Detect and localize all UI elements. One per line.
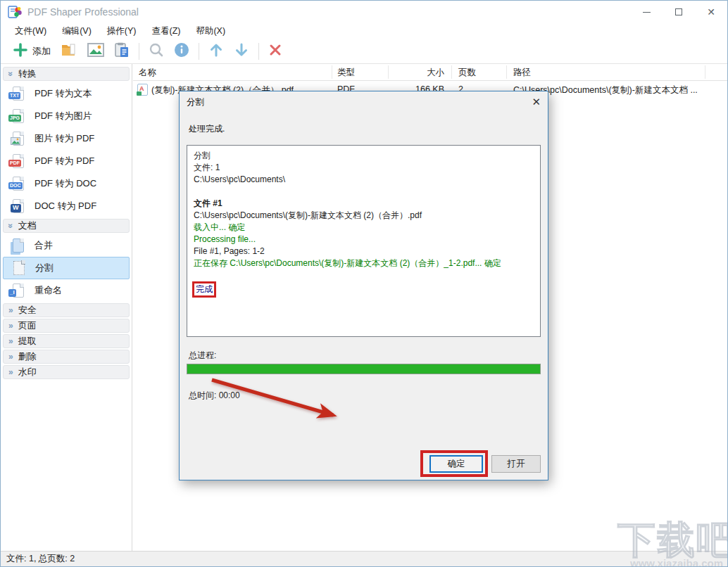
section-label: 文档 (18, 219, 37, 232)
menu-item-file[interactable]: 文件(W) (8, 24, 54, 39)
toolbar-separator (199, 43, 199, 60)
sidebar-item-label: PDF 转为 PDF (34, 155, 94, 167)
add-folder-button[interactable] (56, 41, 82, 62)
image-icon (87, 43, 104, 59)
done-annotation-box: 完成 (192, 281, 216, 298)
section-label: 安全 (18, 304, 37, 317)
maximize-button[interactable] (663, 1, 695, 23)
move-down-button[interactable] (229, 41, 254, 62)
column-separator (451, 65, 452, 79)
sidebar-item-rename[interactable]: _I 重命名 (1, 279, 132, 302)
sidebar-item-label: 重命名 (34, 284, 62, 297)
close-icon: ✕ (707, 7, 715, 17)
chevron-down-icon: » (6, 224, 15, 229)
dialog-title-bar[interactable]: 分割 ✕ (180, 91, 548, 113)
column-separator (332, 65, 332, 79)
move-up-button[interactable] (203, 41, 229, 62)
search-button[interactable] (144, 41, 169, 62)
sidebar-item-merge[interactable]: 合并 (1, 234, 132, 257)
sidebar-item-image-to-pdf[interactable]: 图片 转为 PDF (1, 127, 132, 150)
paste-button[interactable] (109, 41, 134, 62)
log-line: 正在保存 C:\Users\pc\Documents\(复制)-新建文本文档 (… (194, 257, 534, 269)
toolbar-separator (258, 43, 259, 60)
remove-button[interactable] (263, 41, 287, 62)
ok-button[interactable]: 确定 (429, 455, 483, 473)
minimize-icon (643, 12, 651, 13)
chevron-right-icon: » (8, 321, 13, 330)
status-text: 文件: 1, 总页数: 2 (6, 553, 75, 565)
chevron-right-icon: » (8, 368, 13, 376)
log-line: Processing file... (194, 234, 534, 246)
add-image-button[interactable] (82, 41, 109, 62)
sidebar-item-pdf-to-image[interactable]: JPG PDF 转为图片 (1, 105, 132, 127)
folder-icon (61, 42, 77, 60)
log-line: 分割 (194, 150, 534, 162)
rename-icon: _I (13, 284, 24, 298)
open-button[interactable]: 打开 (491, 455, 541, 473)
dialog-log-box[interactable]: 分割 文件: 1 C:\Users\pc\Documents\ 文件 #1 C:… (187, 145, 541, 337)
sidebar-item-label: 分割 (35, 262, 54, 274)
sidebar-section-delete[interactable]: » 删除 (3, 350, 130, 364)
column-separator (705, 65, 705, 79)
log-line-done: 完成 (194, 281, 534, 298)
log-line: C:\Users\pc\Documents\ (194, 174, 534, 186)
column-header-path[interactable]: 路径 (513, 67, 531, 79)
section-label: 转换 (18, 68, 37, 80)
progress-label: 总进程: (189, 350, 216, 362)
txt-file-icon: TXT (13, 87, 24, 101)
sidebar-item-label: 图片 转为 PDF (34, 132, 94, 145)
sidebar-item-label: PDF 转为 DOC (34, 177, 96, 190)
add-button-label: 添加 (32, 45, 51, 58)
menu-item-help[interactable]: 帮助(X) (189, 24, 232, 39)
window-controls: ✕ (630, 1, 727, 23)
log-line: 载入中... 确定 (194, 222, 534, 234)
sidebar-section-convert[interactable]: » 转换 (3, 67, 130, 81)
menu-bar: 文件(W) 编辑(V) 操作(Y) 查看(Z) 帮助(X) (1, 23, 727, 39)
column-header-size[interactable]: 大小 (394, 67, 444, 79)
log-line: 文件 #1 (194, 198, 534, 210)
log-line: 文件: 1 (194, 162, 534, 174)
sidebar-item-pdf-to-text[interactable]: TXT PDF 转为文本 (1, 82, 132, 105)
section-label: 删除 (18, 350, 37, 363)
sidebar-item-label: PDF 转为文本 (34, 87, 92, 100)
dialog-close-icon[interactable]: ✕ (532, 96, 541, 108)
maximize-icon (675, 8, 682, 15)
minimize-button[interactable] (630, 1, 663, 23)
split-icon (13, 261, 25, 275)
menu-item-edit[interactable]: 编辑(V) (55, 24, 99, 39)
progress-bar-fill (187, 364, 540, 374)
arrow-up-icon (208, 42, 224, 60)
arrow-down-icon (234, 42, 249, 60)
sidebar-section-pages[interactable]: » 页面 (3, 319, 130, 333)
search-icon (149, 42, 164, 60)
chevron-down-icon: » (6, 72, 15, 77)
close-button[interactable]: ✕ (695, 1, 727, 23)
sidebar-section-extract[interactable]: » 提取 (3, 334, 130, 348)
sidebar-item-pdf-to-pdf[interactable]: PDF PDF 转为 PDF (1, 150, 132, 172)
column-header-name[interactable]: 名称 (139, 67, 156, 79)
chevron-right-icon: » (8, 337, 13, 345)
add-button[interactable]: 添加 (8, 41, 56, 62)
column-header-pages[interactable]: 页数 (458, 67, 476, 79)
column-separator (388, 65, 389, 79)
menu-item-view[interactable]: 查看(Z) (144, 24, 187, 39)
word-file-icon: W (13, 199, 24, 213)
sidebar-item-label: 合并 (34, 239, 53, 252)
sidebar-section-document[interactable]: » 文档 (3, 219, 130, 233)
dialog-status-text: 处理完成. (189, 123, 225, 135)
sidebar: » 转换 TXT PDF 转为文本 JPG PDF 转为图片 图片 转为 PDF… (1, 64, 132, 551)
toolbar: 添加 (1, 39, 727, 64)
doc-file-icon: DOC (13, 177, 24, 191)
menu-item-actions[interactable]: 操作(Y) (100, 24, 144, 39)
info-button[interactable] (169, 41, 194, 62)
log-line: C:\Users\pc\Documents\(复制)-新建文本文档 (2)（合并… (194, 210, 534, 222)
log-line (194, 186, 534, 198)
sidebar-section-watermark[interactable]: » 水印 (3, 365, 130, 379)
column-header-type[interactable]: 类型 (337, 67, 355, 79)
remove-x-icon (268, 43, 282, 59)
sidebar-section-security[interactable]: » 安全 (3, 303, 130, 317)
sidebar-item-pdf-to-doc[interactable]: DOC PDF 转为 DOC (1, 172, 132, 195)
sidebar-item-doc-to-pdf[interactable]: W DOC 转为 PDF (1, 195, 132, 217)
sidebar-item-split[interactable]: 分割 (3, 257, 130, 279)
status-bar: 文件: 1, 总页数: 2 (1, 551, 727, 566)
